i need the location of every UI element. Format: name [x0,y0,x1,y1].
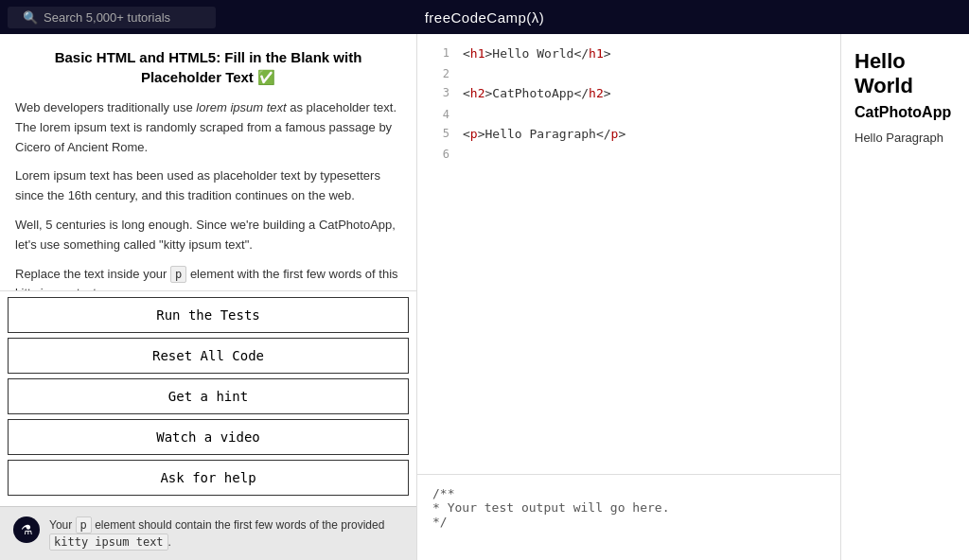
test-output-line3: */ [432,515,825,529]
site-title: freeCodeCamp(λ) [425,9,545,26]
paragraph-4: Replace the text inside your p element w… [15,265,401,290]
preview-panel: Hello World CatPhotoApp Hello Paragraph [841,34,969,560]
line-number-2: 2 [427,64,449,83]
paragraph-3: Well, 5 centuries is long enough. Since … [15,216,401,255]
middle-panel: 1 <h1>Hello World</h1> 2 3 <h2>CatPhotoA… [417,34,841,560]
test-output-line2: * Your test output will go here. [432,500,825,515]
code-line-3: 3 <h2>CatPhotoApp</h2> [417,83,840,104]
search-bar[interactable]: 🔍 Search 5,000+ tutorials [8,7,216,28]
code-line-6: 6 [417,145,840,164]
preview-p: Hello Paragraph [854,131,956,145]
hint-area: ⚗ Your p element should contain the firs… [0,506,416,560]
line-content-5: <p>Hello Paragraph</p> [463,124,625,145]
line-content-1: <h1>Hello World</h1> [463,44,611,64]
lesson-title: Basic HTML and HTML5: Fill in the Blank … [15,47,401,87]
search-placeholder: Search 5,000+ tutorials [44,10,170,25]
main-layout: Basic HTML and HTML5: Fill in the Blank … [0,34,969,560]
buttons-area: Run the Tests Reset All Code Get a hint … [0,290,416,506]
hint-text: Your p element should contain the first … [49,516,403,551]
code-editor[interactable]: 1 <h1>Hello World</h1> 2 3 <h2>CatPhotoA… [417,34,840,475]
code-line-2: 2 [417,64,840,83]
test-output: /** * Your test output will go here. */ [417,475,840,560]
reset-code-button[interactable]: Reset All Code [8,338,409,374]
lesson-content: Basic HTML and HTML5: Fill in the Blank … [0,34,416,290]
inline-code-p: p [170,266,186,283]
test-output-line1: /** [432,486,825,500]
topbar: 🔍 Search 5,000+ tutorials freeCodeCamp(λ… [0,0,969,34]
code-line-4: 4 [417,105,840,124]
hint-icon: ⚗ [13,516,40,543]
get-hint-button[interactable]: Get a hint [8,378,409,414]
preview-h2: CatPhotoApp [854,104,956,121]
code-line-5: 5 <p>Hello Paragraph</p> [417,124,840,145]
line-content-3: <h2>CatPhotoApp</h2> [463,83,611,104]
line-number-5: 5 [427,124,449,145]
check-icon: ✅ [257,69,275,85]
paragraph-2: Lorem ipsum text has been used as placeh… [15,166,401,206]
run-tests-button[interactable]: Run the Tests [8,297,409,333]
line-number-3: 3 [427,83,449,104]
left-panel: Basic HTML and HTML5: Fill in the Blank … [0,34,417,560]
search-icon: 🔍 [23,10,38,25]
code-line-1: 1 <h1>Hello World</h1> [417,44,840,64]
paragraph-1: Web developers traditionally use lorem i… [15,98,401,157]
watch-video-button[interactable]: Watch a video [8,419,409,455]
preview-h1: Hello World [854,49,956,98]
line-number-6: 6 [427,145,449,164]
inline-code-p2: p [76,516,92,534]
line-number-4: 4 [427,105,449,124]
ask-help-button[interactable]: Ask for help [8,460,409,496]
inline-code-kitty: kitty ipsum text [49,534,168,551]
line-number-1: 1 [427,44,449,64]
